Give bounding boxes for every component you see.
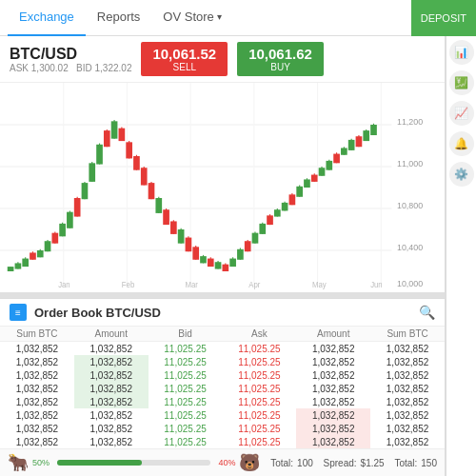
svg-rect-20 [37,250,44,257]
tab-exchange[interactable]: Exchange [8,0,86,36]
candlestick-chart: 11,200 11,000 10,800 10,400 10,000 Jan F… [0,83,445,292]
svg-rect-60 [186,238,192,252]
svg-rect-82 [267,215,273,225]
svg-rect-30 [74,198,81,217]
svg-rect-62 [192,247,199,259]
svg-rect-94 [311,175,318,182]
svg-rect-104 [348,140,355,150]
total-left-val: 100 [297,458,313,468]
svg-rect-108 [363,130,369,141]
deposit-button[interactable]: DEPOSIT [411,0,476,36]
svg-rect-68 [215,262,222,268]
chart-area[interactable]: 11,200 11,000 10,800 10,400 10,000 Jan F… [0,83,445,292]
svg-text:Apr: Apr [248,281,260,289]
svg-rect-26 [59,224,66,236]
col-ask: Ask [222,327,296,342]
spread-label: Spread: [324,458,357,468]
col-amount-l: Amount [74,327,149,342]
bear-percent: 40% [218,458,235,467]
svg-rect-96 [319,168,326,176]
svg-rect-42 [119,129,126,141]
svg-text:10,800: 10,800 [397,201,423,210]
svg-rect-88 [289,194,296,205]
svg-rect-34 [89,163,95,182]
sidebar-icon-trend[interactable]: 📈 [449,101,474,126]
search-icon[interactable]: 🔍 [419,305,435,320]
svg-rect-52 [155,198,162,213]
total-right-val: 150 [421,458,437,468]
progress-bar [57,460,210,466]
svg-rect-110 [370,125,377,135]
sidebar-icon-settings[interactable]: ⚙️ [449,162,474,187]
svg-rect-78 [252,233,259,244]
sell-price: 10,061.52 [152,46,216,62]
svg-rect-48 [141,168,148,185]
svg-text:11,200: 11,200 [397,117,423,127]
sell-box[interactable]: 10,061.52 SELL [141,42,228,76]
table-row: 1,032,8521,032,85211,025.2511,025.251,03… [0,355,445,368]
sidebar-icon-bell[interactable]: 🔔 [449,131,474,156]
svg-text:10,400: 10,400 [397,243,423,252]
svg-rect-28 [67,212,73,228]
ask-label: ASK 1,300.02 [10,63,69,73]
svg-rect-50 [149,183,155,199]
buy-label: BUY [248,62,312,72]
sell-label: SELL [152,62,216,72]
pair-title: BTC/USD [10,46,131,63]
col-sum-btc-l: Sum BTC [0,327,74,342]
svg-rect-58 [178,229,185,244]
svg-rect-90 [296,187,303,197]
svg-rect-36 [96,145,103,165]
svg-rect-86 [282,203,288,211]
main-container: BTC/USD ASK 1,300.02 BID 1,322.02 10,061… [0,36,476,476]
tab-reports-label: Reports [97,10,141,24]
tab-ov-store[interactable]: OV Store ▾ [151,0,232,36]
sidebar-icon-chart[interactable]: 📊 [449,40,474,65]
bull-icon: 🐂 [8,452,29,473]
orderbook-section: ≡ Order Book BTC/USD 🔍 Sum BTC Amount Bi… [0,298,445,476]
table-row: 1,032,8521,032,85211,025.2511,025.251,03… [0,395,445,408]
svg-rect-24 [51,233,58,244]
table-row: 1,032,8521,032,85211,025.2511,025.251,03… [0,422,445,435]
spread-val: $1.25 [361,458,385,468]
svg-rect-18 [30,252,36,259]
total-right-label: Total: [394,458,417,468]
svg-text:10,000: 10,000 [397,279,423,288]
svg-rect-38 [104,130,110,147]
table-row: 1,032,8521,032,85211,025.2511,025.251,03… [0,382,445,395]
chart-header: BTC/USD ASK 1,300.02 BID 1,322.02 10,061… [0,36,445,83]
chart-panel: BTC/USD ASK 1,300.02 BID 1,322.02 10,061… [0,36,446,476]
total-left-label: Total: [270,458,293,468]
buy-box[interactable]: 10,061.62 BUY [237,42,324,76]
svg-rect-32 [82,183,89,199]
orderbook-title: Order Book BTC/USD [34,306,411,320]
table-row: 1,032,8521,032,85211,025.2511,025.251,03… [0,408,445,422]
svg-rect-12 [8,267,14,271]
svg-rect-40 [111,121,118,138]
svg-text:May: May [312,281,327,289]
svg-rect-56 [170,221,177,233]
navbar: Exchange Reports OV Store ▾ DEPOSIT [0,0,476,36]
bear-icon: 🐻 [239,452,260,473]
svg-rect-76 [245,241,251,251]
tab-exchange-label: Exchange [19,10,74,24]
svg-rect-64 [200,256,207,263]
svg-rect-0 [0,83,445,292]
svg-rect-66 [208,259,214,268]
svg-rect-54 [163,209,169,225]
svg-text:Feb: Feb [122,281,135,289]
svg-rect-44 [126,142,132,158]
orderbook-table: Sum BTC Amount Bid Ask Amount Sum BTC 1,… [0,327,445,448]
svg-rect-92 [304,179,310,188]
bull-percent: 50% [32,458,50,467]
col-sum-btc-r: Sum BTC [370,327,445,342]
tab-reports[interactable]: Reports [86,0,152,36]
orderbook-header: ≡ Order Book BTC/USD 🔍 [0,299,445,327]
orderbook-footer: 🐂 50% 40% 🐻 Total: 100 Spread: $1.25 Tot… [0,448,445,476]
table-row: 1,032,8521,032,85211,025.2511,025.251,03… [0,368,445,382]
svg-rect-84 [274,209,281,216]
chevron-down-icon: ▾ [217,11,222,22]
table-row: 1,032,8521,032,85211,025.2511,025.251,03… [0,342,445,356]
svg-text:Jun: Jun [370,281,383,289]
sidebar-icon-trade[interactable]: 💹 [449,70,474,95]
